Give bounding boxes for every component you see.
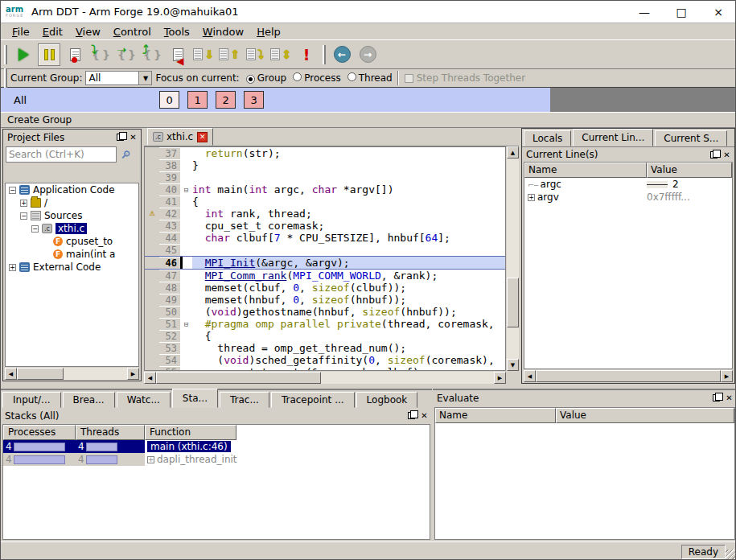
tree-item-main-int-a[interactable]: Fmain(int a bbox=[6, 248, 138, 261]
radio-process[interactable]: Process bbox=[286, 72, 341, 84]
plus-expander-icon[interactable]: + bbox=[147, 456, 154, 463]
tab-trac-[interactable]: Trac... bbox=[220, 392, 269, 408]
process-box-3[interactable]: 3 bbox=[244, 91, 264, 109]
fold-marker-icon[interactable]: ⊟ bbox=[180, 186, 192, 194]
code-line-45[interactable]: 45 bbox=[145, 244, 505, 256]
tab-input-[interactable]: Input/... bbox=[2, 392, 61, 408]
tab-watc-[interactable]: Watc... bbox=[117, 392, 171, 408]
editor-tab-xthi[interactable]: .c xthi.c ✕ bbox=[147, 128, 213, 146]
column-function[interactable]: Function bbox=[145, 425, 236, 440]
scroll-left-icon[interactable]: ◀ bbox=[524, 370, 536, 382]
float-panel-button[interactable] bbox=[709, 150, 719, 160]
scroll-up-icon[interactable]: ▲ bbox=[507, 146, 519, 159]
tree-item-cpuset-to[interactable]: Fcpuset_to bbox=[6, 235, 138, 248]
row-grip[interactable] bbox=[4, 68, 7, 88]
forward-button[interactable]: → bbox=[356, 43, 379, 66]
maximize-button[interactable]: □ bbox=[663, 1, 700, 23]
step-out-button[interactable]: ⤴{ } bbox=[141, 43, 163, 66]
float-panel-button[interactable] bbox=[406, 410, 417, 421]
close-panel-button[interactable]: ✕ bbox=[722, 150, 732, 160]
tab-sta-[interactable]: Sta... bbox=[172, 389, 218, 408]
tree-item-application-code[interactable]: −Application Code bbox=[6, 183, 138, 196]
menu-edit[interactable]: Edit bbox=[36, 24, 69, 39]
code-line-48[interactable]: 48 memset(clbuf, 0, sizeof(clbuf)); bbox=[145, 282, 505, 294]
float-panel-button[interactable] bbox=[115, 132, 125, 142]
code-line-46[interactable]: 46 MPI_Init(&argc, &argv); bbox=[145, 256, 505, 270]
down-stack-frame-button[interactable]: ⇓ bbox=[192, 43, 215, 66]
code-line-43[interactable]: 43 cpu_set_t coremask; bbox=[145, 220, 505, 232]
column-name[interactable]: Name bbox=[435, 408, 556, 423]
tree-item-sources[interactable]: −Sources bbox=[6, 209, 138, 222]
code-line-40[interactable]: 40⊟int main(int argc, char *argv[]) bbox=[145, 183, 505, 196]
group-all-row[interactable]: All 0123 bbox=[1, 88, 550, 112]
code-line-50[interactable]: 50 (void)gethostname(hnbuf, sizeof(hnbuf… bbox=[145, 306, 505, 318]
minus-expander-icon[interactable]: − bbox=[31, 225, 39, 233]
minimize-button[interactable]: — bbox=[626, 1, 663, 23]
toolbar-grip[interactable] bbox=[4, 45, 7, 64]
plus-expander-icon[interactable]: + bbox=[20, 200, 27, 207]
pause-button[interactable] bbox=[38, 43, 60, 66]
variable-row-argv[interactable]: +argv0x7fffff... bbox=[524, 191, 732, 204]
scroll-left-icon[interactable]: ◀ bbox=[5, 368, 17, 380]
minus-expander-icon[interactable]: − bbox=[9, 187, 16, 194]
play-button[interactable] bbox=[12, 43, 35, 66]
tab-current-lin-[interactable]: Current Lin... bbox=[573, 129, 653, 146]
radio-thread[interactable]: Thread bbox=[341, 72, 393, 84]
code-view[interactable]: 37 return(str);38}3940⊟int main(int argc… bbox=[144, 146, 506, 371]
process-box-1[interactable]: 1 bbox=[187, 91, 208, 109]
code-line-52[interactable]: 52 { bbox=[145, 330, 505, 342]
editor-vscrollbar[interactable]: ▲ ▼ bbox=[507, 146, 519, 371]
radio-group[interactable]: Group bbox=[240, 72, 287, 84]
tree-item--[interactable]: +/ bbox=[6, 196, 138, 209]
float-panel-button[interactable] bbox=[711, 393, 722, 403]
scroll-right-icon[interactable]: ▶ bbox=[721, 370, 733, 382]
process-box-2[interactable]: 2 bbox=[216, 91, 236, 109]
close-panel-button[interactable]: ✕ bbox=[724, 393, 734, 403]
back-button[interactable]: ← bbox=[331, 43, 353, 66]
code-line-53[interactable]: 53 thread = omp_get_thread_num(); bbox=[145, 342, 505, 354]
code-line-47[interactable]: 47 MPI_Comm_rank(MPI_COMM_WORLD, &rank); bbox=[145, 270, 505, 282]
code-line-37[interactable]: 37 return(str); bbox=[145, 147, 505, 159]
scroll-right-icon[interactable]: ▶ bbox=[494, 372, 506, 384]
up-stack-frame-button[interactable]: ⇑ bbox=[218, 43, 241, 66]
stop-button[interactable]: ! bbox=[295, 43, 318, 66]
editor-hscrollbar[interactable]: ◀ ▶ bbox=[144, 372, 506, 384]
project-files-hscrollbar[interactable]: ◀ ▶ bbox=[5, 368, 139, 380]
code-line-54[interactable]: 54 (void)sched_getaffinity(0, sizeof(cor… bbox=[145, 354, 505, 366]
variable-row-argc[interactable]: ⌐--argc2 bbox=[524, 178, 732, 191]
fold-marker-icon[interactable]: ⊟ bbox=[180, 320, 192, 328]
column-name[interactable]: Name bbox=[524, 163, 647, 178]
scroll-left-icon[interactable]: ◀ bbox=[144, 372, 156, 384]
column-value[interactable]: Value bbox=[647, 163, 732, 178]
column-threads[interactable]: Threads bbox=[76, 425, 145, 440]
close-tab-icon[interactable]: ✕ bbox=[197, 132, 208, 142]
evaluate-table[interactable]: Name Value bbox=[434, 407, 735, 540]
toolbar-grip[interactable] bbox=[323, 45, 326, 64]
code-line-39[interactable]: 39 bbox=[145, 171, 505, 183]
code-line-42[interactable]: ⚠42 int rank, thread; bbox=[145, 208, 505, 220]
tab-current-s-[interactable]: Current S... bbox=[655, 130, 727, 146]
align-stacks-button[interactable]: ⇕ bbox=[269, 43, 292, 66]
code-line-41[interactable]: 41{ bbox=[145, 196, 505, 208]
create-group-row[interactable]: Create Group bbox=[1, 112, 736, 128]
tree-item-xthi-c[interactable]: −.cxthi.c bbox=[6, 222, 138, 235]
column-processes[interactable]: Processes bbox=[3, 425, 76, 440]
resize-grip[interactable] bbox=[726, 550, 736, 560]
variables-hscrollbar[interactable]: ◀ ▶ bbox=[524, 370, 733, 382]
minus-expander-icon[interactable]: − bbox=[20, 212, 27, 220]
search-input[interactable]: Search (Ctrl+K) bbox=[6, 146, 117, 163]
menu-view[interactable]: View bbox=[69, 24, 107, 39]
tab-logbook[interactable]: Logbook bbox=[356, 392, 418, 408]
code-line-44[interactable]: 44 char clbuf[7 * CPU_SETSIZE], hnbuf[64… bbox=[145, 232, 505, 244]
close-button[interactable]: × bbox=[700, 1, 736, 23]
code-line-55[interactable]: 55 cpuset_to_cstr(&coremask, clbuf); bbox=[145, 366, 505, 371]
code-line-51[interactable]: 51⊟ #pragma omp parallel private(thread,… bbox=[145, 318, 505, 330]
tab-locals[interactable]: Locals bbox=[524, 130, 571, 146]
menu-control[interactable]: Control bbox=[107, 24, 158, 39]
tree-item-external-code[interactable]: +External Code bbox=[6, 261, 138, 274]
stack-row-main-xthi-c-46-[interactable]: 44main (xthi.c:46) bbox=[3, 440, 430, 453]
step-over-button[interactable]: ➝{ } bbox=[115, 43, 138, 66]
tab-brea-[interactable]: Brea... bbox=[63, 392, 115, 408]
menu-help[interactable]: Help bbox=[250, 24, 287, 39]
code-line-38[interactable]: 38} bbox=[145, 159, 505, 171]
